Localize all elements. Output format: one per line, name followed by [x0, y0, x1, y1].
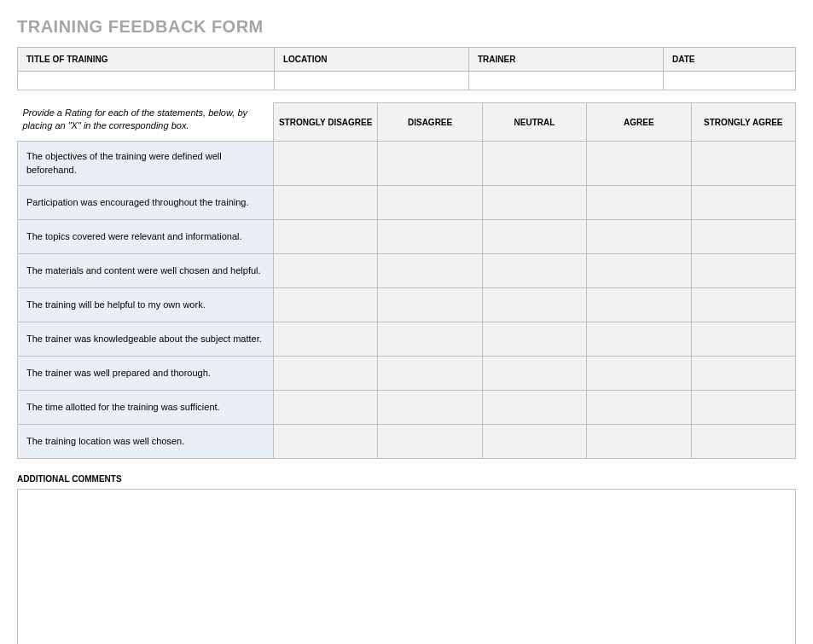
rating-cell-sa[interactable] [691, 186, 795, 220]
rating-cell-sa[interactable] [691, 254, 795, 288]
rating-cell-n[interactable] [482, 322, 586, 357]
rating-cell-sd[interactable] [274, 220, 378, 254]
page-title: TRAINING FEEDBACK FORM [17, 17, 796, 37]
statement-cell: The trainer was well prepared and thorou… [18, 357, 274, 391]
rating-cell-sd[interactable] [274, 357, 378, 391]
input-location[interactable] [274, 72, 468, 90]
rating-cell-n[interactable] [482, 288, 586, 322]
statement-cell: The training will be helpful to my own w… [18, 288, 274, 322]
rating-cell-d[interactable] [378, 357, 482, 391]
header-location: LOCATION [274, 48, 468, 72]
rating-cell-sa[interactable] [691, 357, 795, 391]
comments-input[interactable] [17, 489, 796, 644]
rating-cell-d[interactable] [378, 186, 482, 220]
rating-cell-a[interactable] [587, 186, 691, 220]
header-title-of-training: TITLE OF TRAINING [18, 48, 275, 72]
rating-cell-sa[interactable] [691, 220, 795, 254]
header-strongly-disagree: STRONGLY DISAGREE [274, 103, 378, 142]
rating-table: Provide a Rating for each of the stateme… [17, 102, 796, 459]
statement-cell: Participation was encouraged throughout … [18, 186, 274, 220]
rating-cell-n[interactable] [482, 357, 586, 391]
rating-cell-sa[interactable] [691, 142, 795, 186]
statement-cell: The materials and content were well chos… [18, 254, 274, 288]
info-table: TITLE OF TRAINING LOCATION TRAINER DATE [17, 47, 796, 90]
rating-cell-sd[interactable] [274, 322, 378, 357]
header-neutral: NEUTRAL [482, 103, 586, 142]
rating-cell-sd[interactable] [274, 186, 378, 220]
header-agree: AGREE [587, 103, 691, 142]
rating-cell-d[interactable] [378, 425, 482, 459]
rating-cell-d[interactable] [378, 142, 482, 186]
statement-cell: The training location was well chosen. [18, 425, 274, 459]
rating-cell-sd[interactable] [274, 288, 378, 322]
rating-cell-sa[interactable] [691, 288, 795, 322]
rating-cell-d[interactable] [378, 220, 482, 254]
rating-cell-n[interactable] [482, 220, 586, 254]
rating-cell-d[interactable] [378, 288, 482, 322]
statement-cell: The objectives of the training were defi… [18, 142, 274, 186]
statement-cell: The time allotted for the training was s… [18, 391, 274, 425]
statement-cell: The topics covered were relevant and inf… [18, 220, 274, 254]
rating-cell-a[interactable] [587, 220, 691, 254]
header-disagree: DISAGREE [378, 103, 482, 142]
header-trainer: TRAINER [468, 48, 663, 72]
rating-cell-sa[interactable] [691, 322, 795, 357]
rating-cell-a[interactable] [587, 391, 691, 425]
input-trainer[interactable] [468, 72, 663, 90]
rating-cell-n[interactable] [482, 142, 586, 186]
rating-cell-a[interactable] [587, 288, 691, 322]
input-title-of-training[interactable] [18, 72, 275, 90]
statement-cell: The trainer was knowledgeable about the … [18, 322, 274, 357]
rating-cell-n[interactable] [482, 425, 586, 459]
rating-cell-sa[interactable] [691, 425, 795, 459]
rating-cell-a[interactable] [587, 357, 691, 391]
rating-cell-sd[interactable] [274, 391, 378, 425]
rating-cell-sa[interactable] [691, 391, 795, 425]
rating-cell-sd[interactable] [274, 142, 378, 186]
rating-cell-a[interactable] [587, 425, 691, 459]
rating-cell-d[interactable] [378, 254, 482, 288]
rating-cell-n[interactable] [482, 254, 586, 288]
rating-cell-sd[interactable] [274, 254, 378, 288]
rating-cell-a[interactable] [587, 254, 691, 288]
rating-instruction: Provide a Rating for each of the stateme… [18, 103, 274, 142]
rating-cell-d[interactable] [378, 391, 482, 425]
rating-cell-n[interactable] [482, 391, 586, 425]
header-strongly-agree: STRONGLY AGREE [691, 103, 795, 142]
rating-cell-d[interactable] [378, 322, 482, 357]
input-date[interactable] [663, 72, 795, 90]
rating-cell-n[interactable] [482, 186, 586, 220]
rating-cell-a[interactable] [587, 142, 691, 186]
rating-cell-a[interactable] [587, 322, 691, 357]
comments-label: ADDITIONAL COMMENTS [17, 474, 796, 484]
header-date: DATE [663, 48, 795, 72]
rating-cell-sd[interactable] [274, 425, 378, 459]
